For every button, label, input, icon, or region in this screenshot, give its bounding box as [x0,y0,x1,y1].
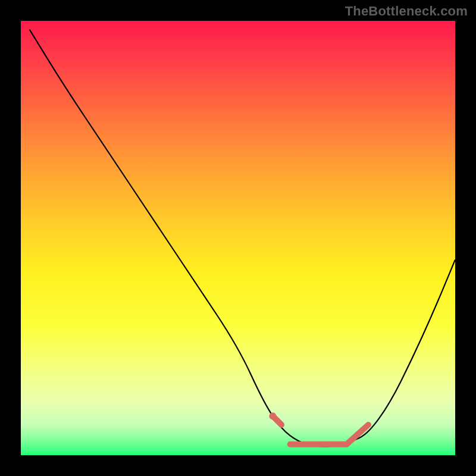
watermark-text: TheBottleneck.com [345,4,468,19]
bottleneck-curve [30,30,455,447]
curve-layer [21,21,455,455]
highlight-dot [269,412,276,419]
highlight-group [269,412,368,444]
plot-area [21,21,455,455]
chart-container: TheBottleneck.com [0,0,476,476]
